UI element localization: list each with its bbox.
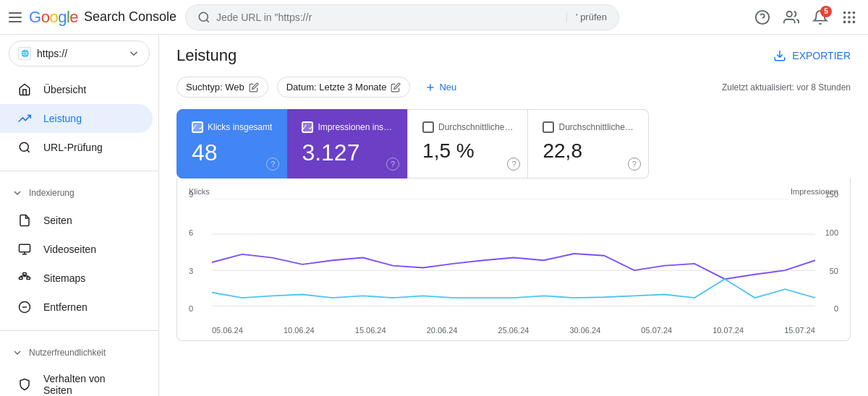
- svg-point-7: [853, 11, 856, 14]
- metric-header-klicks: ✓ Klicks insgesamt: [192, 121, 272, 133]
- account-button[interactable]: [778, 4, 804, 30]
- help-button[interactable]: [749, 4, 775, 30]
- sidebar: 🌐 https:// Übersicht Leistung: [0, 35, 159, 396]
- export-label: EXPORTIER: [792, 50, 851, 61]
- filter-datum-label: Datum: Letzte 3 Monate: [286, 82, 387, 92]
- metric-help-impressionen[interactable]: ?: [386, 158, 399, 171]
- metric-label-klicks: Klicks insgesamt: [208, 122, 272, 132]
- metric-header-impressionen: ✓ Impressionen ins…: [302, 121, 392, 133]
- home-icon: [17, 82, 32, 97]
- page-title: Leistung: [176, 46, 237, 65]
- sidebar-label-verhalten: Verhalten von Seiten: [43, 373, 135, 396]
- metric-card-ctr[interactable]: Durchschnittliche… 1,5 % ?: [407, 109, 528, 178]
- metric-help-position[interactable]: ?: [628, 158, 641, 171]
- main-layout: 🌐 https:// Übersicht Leistung: [0, 35, 868, 396]
- edit-icon-datum: [391, 82, 401, 92]
- account-icon: [783, 9, 799, 25]
- export-button[interactable]: EXPORTIER: [773, 49, 851, 62]
- nav-divider-2: [0, 330, 158, 331]
- metric-checkbox-ctr[interactable]: [422, 121, 434, 133]
- metric-checkbox-impressionen[interactable]: ✓: [302, 121, 313, 133]
- metric-cards: ✓ Klicks insgesamt 48 ? ✓ Impressionen i…: [159, 109, 868, 178]
- svg-point-8: [843, 16, 846, 19]
- chart-xaxis: 05.06.24 10.06.24 15.06.24 20.06.24 25.0…: [212, 326, 815, 335]
- metric-value-impressionen: 3.127: [302, 139, 392, 166]
- notification-count: 5: [820, 6, 832, 17]
- metric-card-position[interactable]: Durchschnittliche… 22,8 ?: [528, 109, 648, 178]
- main-content: Leistung EXPORTIER Suchtyp: Web Datum: L…: [159, 35, 868, 396]
- plus-icon: [425, 82, 436, 93]
- sidebar-item-seiten[interactable]: Seiten: [0, 206, 153, 235]
- help-icon: [754, 9, 770, 25]
- chart-container: Klicks Impressionen 9 6 3 0 150 100 50 0: [176, 178, 851, 341]
- filter-suchtyp-label: Suchtyp: Web: [186, 82, 244, 92]
- google-logo: Google: [29, 8, 78, 27]
- topbar: Google Search Console ' prüfen 5: [0, 0, 868, 35]
- metric-help-ctr[interactable]: ?: [507, 158, 520, 171]
- metric-card-klicks[interactable]: ✓ Klicks insgesamt 48 ?: [176, 109, 287, 178]
- menu-hamburger[interactable]: [6, 9, 23, 26]
- app-logo-area: Google Search Console: [6, 8, 179, 27]
- metric-checkbox-position[interactable]: [542, 121, 554, 133]
- sidebar-item-videoseiten[interactable]: Videoseiten: [0, 235, 153, 264]
- sidebar-label-entfernen: Entfernen: [43, 301, 88, 313]
- indexierung-title[interactable]: Indexierung: [0, 180, 158, 206]
- sidebar-item-sitemaps[interactable]: Sitemaps: [0, 264, 153, 293]
- shield-icon: [17, 377, 32, 392]
- sidebar-label-sitemaps: Sitemaps: [43, 272, 85, 284]
- svg-point-6: [848, 11, 851, 14]
- svg-point-14: [20, 142, 28, 151]
- video-icon: [17, 242, 32, 257]
- last-updated: Zuletzt aktualisiert: vor 8 Stunden: [722, 82, 851, 92]
- svg-line-15: [27, 150, 29, 152]
- svg-point-10: [853, 16, 856, 19]
- svg-point-9: [848, 16, 851, 19]
- sitemap-icon: [17, 271, 32, 285]
- edit-icon-suchtyp: [249, 82, 259, 92]
- search-icon: [197, 11, 210, 24]
- metric-value-ctr: 1,5 %: [422, 139, 513, 163]
- apps-icon: [841, 9, 857, 25]
- filter-suchtyp[interactable]: Suchtyp: Web: [176, 77, 268, 98]
- download-icon: [773, 49, 786, 62]
- apps-button[interactable]: [836, 4, 862, 30]
- chevron-down-icon-nutzer: [12, 347, 23, 358]
- svg-point-13: [853, 20, 856, 23]
- svg-point-11: [843, 20, 846, 23]
- add-filter-button[interactable]: Neu: [419, 77, 462, 98]
- main-nav: Übersicht Leistung URL-Prüfung: [0, 72, 158, 165]
- indexierung-section: Indexierung Seiten Videoseiten Sitemaps: [0, 177, 158, 324]
- sidebar-item-leistung[interactable]: Leistung: [0, 104, 153, 133]
- metric-card-impressionen[interactable]: ✓ Impressionen ins… 3.127 ?: [287, 109, 407, 178]
- site-selector[interactable]: 🌐 https://: [9, 40, 150, 66]
- search-input[interactable]: [216, 12, 561, 23]
- sidebar-label-seiten: Seiten: [43, 215, 72, 226]
- svg-rect-19: [23, 273, 27, 275]
- chevron-down-icon-indexierung: [12, 187, 23, 199]
- notifications-button[interactable]: 5: [807, 4, 833, 30]
- filter-datum[interactable]: Datum: Letzte 3 Monate: [277, 77, 411, 98]
- chevron-down-icon: [127, 47, 140, 60]
- svg-line-1: [206, 20, 208, 22]
- svg-point-0: [199, 12, 208, 21]
- search-bar[interactable]: ' prüfen: [185, 4, 619, 30]
- svg-point-12: [848, 20, 851, 23]
- metric-help-klicks[interactable]: ?: [266, 158, 279, 171]
- site-url: https://: [37, 48, 67, 59]
- metric-label-impressionen: Impressionen ins…: [318, 122, 392, 132]
- svg-rect-20: [20, 277, 23, 280]
- metric-checkbox-klicks[interactable]: ✓: [192, 121, 203, 133]
- site-icon: 🌐: [18, 47, 31, 60]
- metric-header-position: Durchschnittliche…: [542, 121, 633, 133]
- sidebar-label-videoseiten: Videoseiten: [43, 244, 96, 255]
- svg-rect-16: [20, 244, 30, 252]
- sidebar-item-entfernen[interactable]: Entfernen: [0, 293, 153, 322]
- app-title: Search Console: [84, 9, 176, 25]
- add-filter-label: Neu: [439, 82, 456, 92]
- metric-label-position: Durchschnittliche…: [558, 122, 633, 132]
- sidebar-item-uebersicht[interactable]: Übersicht: [0, 75, 153, 104]
- sidebar-item-verhalten[interactable]: Verhalten von Seiten: [0, 366, 153, 396]
- sidebar-item-url-pruefung[interactable]: URL-Prüfung: [0, 133, 153, 162]
- nutzerfreundlichkeit-title[interactable]: Nutzerfreundlichkeit: [0, 340, 158, 366]
- search-nav-icon: [17, 140, 32, 155]
